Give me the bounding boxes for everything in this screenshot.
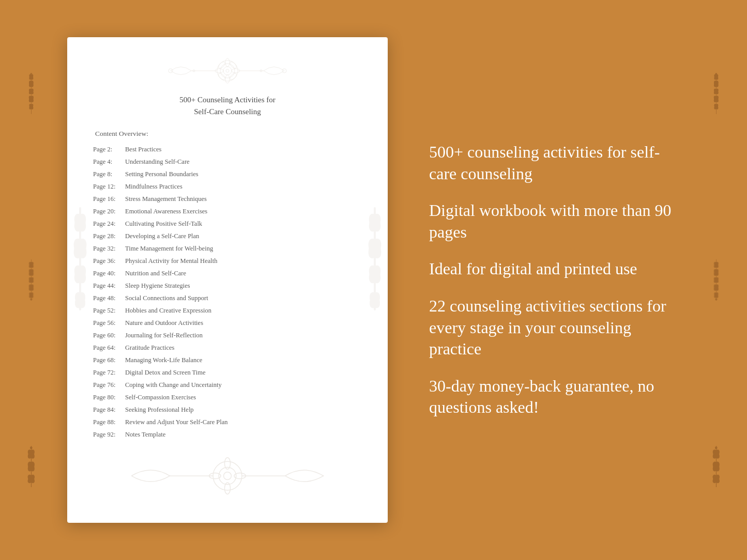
- svg-point-21: [27, 284, 34, 291]
- document-title: 500+ Counseling Activities for Self-Care…: [93, 94, 362, 117]
- svg-point-87: [72, 237, 88, 260]
- svg-point-24: [30, 298, 32, 300]
- doc-bottom-decoration: [93, 446, 362, 497]
- toc-page-number: Page 92:: [93, 429, 125, 440]
- toc-page-number: Page 60:: [93, 330, 125, 340]
- toc-item: Page 4:Understanding Self-Care: [93, 157, 362, 167]
- svg-point-96: [367, 237, 383, 260]
- toc-item: Page 48:Social Connections and Support: [93, 293, 362, 303]
- features-panel: 500+ counseling activities for self-care…: [419, 142, 680, 418]
- toc-item: Page 2:Best Practices: [93, 144, 362, 154]
- svg-point-67: [223, 67, 232, 75]
- toc-item-title: Stress Management Techniques: [125, 194, 207, 204]
- doc-left-deco: [72, 207, 88, 317]
- svg-point-89: [72, 264, 88, 285]
- toc-item-title: Nature and Outdoor Activities: [125, 318, 203, 328]
- main-content: 500+ Counseling Activities for Self-Care…: [0, 0, 747, 560]
- document-preview: 500+ Counseling Activities for Self-Care…: [67, 37, 388, 523]
- toc-page-number: Page 72:: [93, 367, 125, 378]
- toc-item-title: Hobbies and Creative Expression: [125, 305, 211, 316]
- toc-item: Page 68:Managing Work-Life Balance: [93, 355, 362, 365]
- toc-item: Page 80:Self-Compassion Exercises: [93, 392, 362, 402]
- toc-page-number: Page 44:: [93, 281, 125, 291]
- svg-point-101: [213, 461, 242, 490]
- toc-page-number: Page 48:: [93, 293, 125, 303]
- svg-point-61: [711, 461, 721, 473]
- toc-item: Page 32:Time Management for Well-being: [93, 243, 362, 254]
- toc-item-title: Self-Compassion Exercises: [125, 392, 196, 402]
- svg-point-66: [220, 64, 235, 78]
- toc-item: Page 84:Seeking Professional Help: [93, 405, 362, 415]
- toc-item: Page 60:Journaling for Self-Reflection: [93, 330, 362, 340]
- doc-title-line2: Self-Care Counseling: [194, 107, 261, 116]
- toc-item-title: Sleep Hygiene Strategies: [125, 281, 190, 291]
- svg-point-91: [73, 291, 87, 309]
- svg-point-69: [225, 58, 230, 67]
- svg-point-49: [713, 268, 720, 276]
- svg-point-12: [31, 73, 32, 74]
- svg-point-94: [367, 212, 383, 234]
- svg-point-37: [713, 80, 719, 87]
- svg-point-100: [368, 291, 382, 309]
- toc-item: Page 52:Hobbies and Creative Expression: [93, 305, 362, 316]
- toc-page-number: Page 64:: [93, 343, 125, 353]
- feature-text-5: 30-day money-back guarantee, no question…: [429, 376, 680, 418]
- svg-point-8: [27, 95, 34, 103]
- svg-point-64: [714, 447, 717, 449]
- svg-point-29: [26, 461, 36, 473]
- toc-page-number: Page 4:: [93, 157, 125, 167]
- svg-point-44: [715, 73, 717, 75]
- toc-page-number: Page 68:: [93, 355, 125, 365]
- toc-page-number: Page 40:: [93, 268, 125, 278]
- feature-text-1: 500+ counseling activities for self-care…: [429, 142, 680, 184]
- feature-text-4: 22 counseling activities sections for ev…: [429, 295, 680, 360]
- floral-right-decoration: [685, 0, 747, 560]
- svg-point-98: [367, 264, 383, 285]
- toc-item-title: Setting Personal Boundaries: [125, 169, 199, 179]
- toc-item: Page 88:Review and Adjust Your Self-Care…: [93, 417, 362, 427]
- toc-page-number: Page 52:: [93, 305, 125, 316]
- doc-title-line1: 500+ Counseling Activities for: [179, 96, 276, 104]
- toc-item: Page 24:Cultivating Positive Self-Talk: [93, 219, 362, 229]
- svg-point-17: [28, 268, 35, 276]
- toc-item-title: Seeking Professional Help: [125, 405, 194, 415]
- toc-item-title: Managing Work-Life Balance: [125, 355, 202, 365]
- toc-page-number: Page 36:: [93, 256, 125, 266]
- toc-item-title: Journaling for Self-Reflection: [125, 330, 203, 340]
- doc-right-deco: [367, 207, 383, 317]
- toc-item: Page 28:Developing a Self-Care Plan: [93, 231, 362, 241]
- feature-text-2: Digital workbook with more than 90 pages: [429, 200, 680, 243]
- feature-text-3: Ideal for digital and printed use: [429, 258, 680, 280]
- svg-point-70: [225, 75, 230, 83]
- toc-item-title: Developing a Self-Care Plan: [125, 231, 199, 241]
- toc-page-number: Page 84:: [93, 405, 125, 415]
- svg-point-4: [28, 80, 34, 87]
- toc-page-number: Page 88:: [93, 417, 125, 427]
- toc-item-title: Cultivating Positive Self-Talk: [125, 219, 202, 229]
- content-overview-label: Content Overview:: [95, 130, 362, 138]
- toc-item: Page 44:Sleep Hygiene Strategies: [93, 281, 362, 291]
- toc-item-title: Mindfulness Practices: [125, 181, 182, 192]
- toc-item-title: Best Practices: [125, 144, 161, 154]
- svg-point-32: [29, 447, 32, 449]
- toc-item-title: Nutrition and Self-Care: [125, 268, 186, 278]
- doc-top-decoration: [93, 58, 362, 86]
- toc-page-number: Page 24:: [93, 219, 125, 229]
- svg-point-56: [715, 298, 717, 300]
- toc-item-title: Notes Template: [125, 429, 165, 440]
- svg-point-53: [712, 284, 719, 291]
- toc-list: Page 2:Best PracticesPage 4:Understandin…: [93, 144, 362, 440]
- toc-item: Page 36:Physical Activity for Mental Hea…: [93, 256, 362, 266]
- toc-item-title: Emotional Awareness Exercises: [125, 206, 207, 216]
- toc-item-title: Digital Detox and Screen Time: [125, 367, 206, 378]
- toc-page-number: Page 80:: [93, 392, 125, 402]
- toc-page-number: Page 16:: [93, 194, 125, 204]
- toc-page-number: Page 32:: [93, 243, 125, 254]
- toc-item-title: Social Connections and Support: [125, 293, 208, 303]
- floral-left-decoration: [0, 0, 62, 560]
- toc-item: Page 8:Setting Personal Boundaries: [93, 169, 362, 179]
- toc-page-number: Page 20:: [93, 206, 125, 216]
- svg-point-68: [226, 69, 229, 72]
- svg-point-85: [72, 212, 88, 234]
- toc-page-number: Page 12:: [93, 181, 125, 192]
